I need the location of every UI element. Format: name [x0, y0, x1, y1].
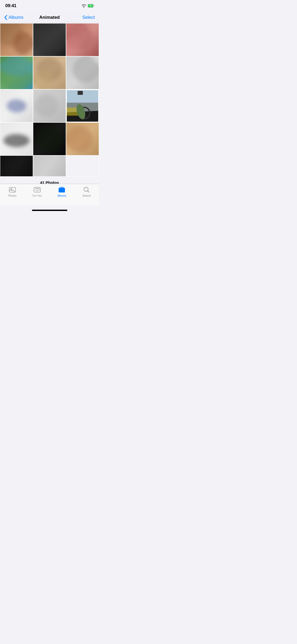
- photo-cell-4-2[interactable]: [33, 122, 66, 155]
- grid-row-2: [0, 56, 99, 89]
- nav-bar: Albums Animated Select: [0, 12, 99, 23]
- status-time: 09:41: [5, 3, 16, 8]
- albums-tab-label: Albums: [58, 194, 66, 197]
- tab-albums[interactable]: Albums: [51, 186, 72, 197]
- tab-bar: Photos For You Albums: [0, 184, 99, 206]
- app-container: 09:41: [0, 0, 99, 215]
- for-you-tab-icon: [34, 186, 41, 194]
- photo-cell-2-2[interactable]: [33, 56, 66, 89]
- photo-cell-2-3[interactable]: [66, 56, 99, 89]
- albums-tab-icon: [58, 186, 65, 194]
- select-button[interactable]: Select: [82, 15, 95, 20]
- svg-rect-5: [59, 188, 65, 192]
- svg-point-3: [11, 188, 12, 190]
- photos-tab-icon: [9, 186, 16, 194]
- search-tab-icon: [83, 186, 90, 194]
- grid-row-4: [0, 122, 99, 155]
- search-tab-label: Search: [82, 194, 91, 197]
- tab-search[interactable]: Search: [76, 186, 97, 197]
- scroll-area: 41 Photos: [0, 23, 99, 184]
- photo-cell-1-1[interactable]: [0, 23, 33, 56]
- photos-tab-label: Photos: [8, 194, 16, 197]
- page-title: Animated: [39, 15, 60, 20]
- wifi-icon: [82, 4, 86, 8]
- battery-icon: [88, 4, 95, 8]
- tab-photos[interactable]: Photos: [2, 186, 23, 197]
- photo-cell-1-3[interactable]: [66, 23, 99, 56]
- grid-row-1: [0, 23, 99, 56]
- photo-cell-5-3: [66, 155, 99, 177]
- for-you-tab-label: For You: [32, 194, 41, 197]
- photo-cell-2-1[interactable]: [0, 56, 33, 89]
- status-bar: 09:41: [0, 0, 99, 12]
- photo-count: 41 Photos: [0, 177, 99, 184]
- svg-rect-7: [60, 187, 63, 187]
- photo-cell-4-1[interactable]: [0, 122, 33, 155]
- photo-grid: [0, 23, 99, 177]
- tab-for-you[interactable]: For You: [27, 186, 48, 197]
- photo-cell-3-3-car[interactable]: [66, 89, 99, 122]
- grid-row-3: [0, 89, 99, 122]
- svg-rect-4: [34, 187, 40, 192]
- home-indicator: [0, 206, 99, 215]
- photo-cell-3-2[interactable]: [33, 89, 66, 122]
- photo-cell-5-2[interactable]: [33, 155, 66, 177]
- home-bar: [32, 210, 67, 211]
- back-label: Albums: [8, 15, 23, 20]
- grid-row-5: [0, 155, 99, 177]
- photo-cell-3-1[interactable]: [0, 89, 33, 122]
- back-button[interactable]: Albums: [4, 15, 23, 20]
- photo-cell-4-3[interactable]: [66, 122, 99, 155]
- photo-cell-5-1[interactable]: [0, 155, 33, 177]
- status-icons: [82, 4, 95, 8]
- photo-cell-1-2[interactable]: [33, 23, 66, 56]
